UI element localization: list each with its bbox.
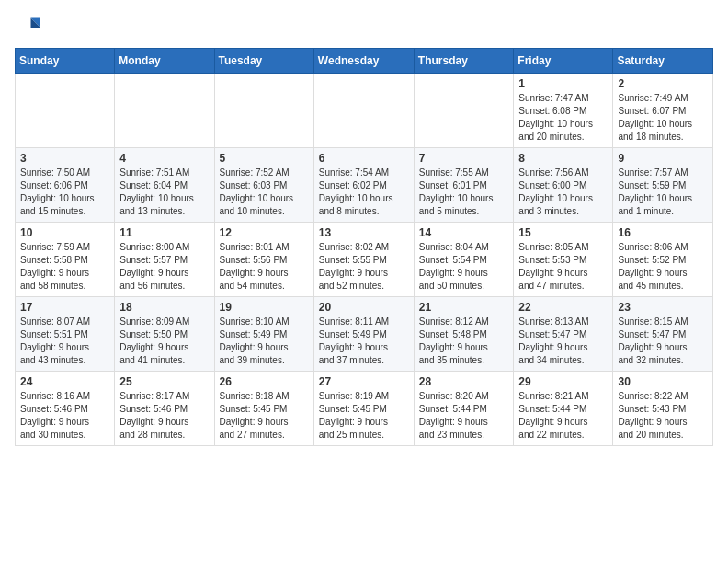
calendar-cell [115,74,214,148]
day-info: Sunrise: 8:05 AM Sunset: 5:53 PM Dayligh… [518,241,608,293]
weekday-header-monday: Monday [115,49,214,74]
calendar-cell: 10Sunrise: 7:59 AM Sunset: 5:58 PM Dayli… [16,223,115,297]
calendar-cell: 30Sunrise: 8:22 AM Sunset: 5:43 PM Dayli… [613,372,713,446]
calendar-cell: 3Sunrise: 7:50 AM Sunset: 6:06 PM Daylig… [16,148,115,223]
day-number: 23 [618,301,708,314]
day-info: Sunrise: 7:55 AM Sunset: 6:01 PM Dayligh… [419,167,509,218]
day-info: Sunrise: 7:50 AM Sunset: 6:06 PM Dayligh… [20,167,109,218]
day-info: Sunrise: 8:18 AM Sunset: 5:45 PM Dayligh… [220,390,309,442]
day-info: Sunrise: 8:21 AM Sunset: 5:44 PM Dayligh… [518,390,608,442]
weekday-header-friday: Friday [514,49,613,74]
page-header [15,15,713,40]
day-info: Sunrise: 8:07 AM Sunset: 5:51 PM Dayligh… [20,316,109,367]
day-info: Sunrise: 7:57 AM Sunset: 5:59 PM Dayligh… [618,167,708,218]
day-info: Sunrise: 7:56 AM Sunset: 6:00 PM Dayligh… [518,167,608,218]
day-number: 22 [518,301,608,314]
calendar-cell: 26Sunrise: 8:18 AM Sunset: 5:45 PM Dayli… [214,372,313,446]
day-info: Sunrise: 7:52 AM Sunset: 6:03 PM Dayligh… [220,167,309,218]
calendar-cell: 2Sunrise: 7:49 AM Sunset: 6:07 PM Daylig… [613,74,713,148]
weekday-header-tuesday: Tuesday [214,49,313,74]
calendar-cell: 19Sunrise: 8:10 AM Sunset: 5:49 PM Dayli… [214,297,313,372]
calendar-cell: 28Sunrise: 8:20 AM Sunset: 5:44 PM Dayli… [414,372,514,446]
day-number: 29 [518,375,608,388]
day-number: 5 [220,152,309,165]
day-number: 28 [419,375,509,388]
day-number: 15 [518,226,608,239]
day-number: 18 [119,301,209,314]
day-number: 13 [319,226,409,239]
calendar-cell: 5Sunrise: 7:52 AM Sunset: 6:03 PM Daylig… [214,148,313,223]
calendar-cell: 15Sunrise: 8:05 AM Sunset: 5:53 PM Dayli… [514,223,613,297]
day-info: Sunrise: 8:16 AM Sunset: 5:46 PM Dayligh… [20,390,109,442]
calendar-cell [414,74,514,148]
day-info: Sunrise: 8:10 AM Sunset: 5:49 PM Dayligh… [220,316,309,367]
calendar-cell: 25Sunrise: 8:17 AM Sunset: 5:46 PM Dayli… [115,372,214,446]
calendar-cell: 11Sunrise: 8:00 AM Sunset: 5:57 PM Dayli… [115,223,214,297]
day-number: 11 [119,226,209,239]
calendar-cell: 7Sunrise: 7:55 AM Sunset: 6:01 PM Daylig… [414,148,514,223]
day-info: Sunrise: 7:49 AM Sunset: 6:07 PM Dayligh… [618,92,708,144]
day-number: 2 [618,77,708,90]
day-info: Sunrise: 8:13 AM Sunset: 5:47 PM Dayligh… [518,316,608,367]
calendar-cell: 8Sunrise: 7:56 AM Sunset: 6:00 PM Daylig… [514,148,613,223]
calendar-cell [16,74,115,148]
day-number: 16 [618,226,708,239]
day-number: 19 [220,301,309,314]
day-info: Sunrise: 8:09 AM Sunset: 5:50 PM Dayligh… [119,316,209,367]
calendar-week-row: 10Sunrise: 7:59 AM Sunset: 5:58 PM Dayli… [16,223,713,297]
calendar-cell: 21Sunrise: 8:12 AM Sunset: 5:48 PM Dayli… [414,297,514,372]
day-number: 26 [220,375,309,388]
day-number: 12 [220,226,309,239]
day-info: Sunrise: 8:15 AM Sunset: 5:47 PM Dayligh… [618,316,708,367]
day-number: 8 [518,152,608,165]
calendar-cell: 20Sunrise: 8:11 AM Sunset: 5:49 PM Dayli… [313,297,414,372]
calendar-cell [214,74,313,148]
day-number: 10 [20,226,109,239]
day-info: Sunrise: 8:19 AM Sunset: 5:45 PM Dayligh… [319,390,409,442]
calendar-week-row: 24Sunrise: 8:16 AM Sunset: 5:46 PM Dayli… [16,372,713,446]
calendar-cell: 18Sunrise: 8:09 AM Sunset: 5:50 PM Dayli… [115,297,214,372]
day-info: Sunrise: 7:47 AM Sunset: 6:08 PM Dayligh… [518,92,608,144]
calendar-week-row: 17Sunrise: 8:07 AM Sunset: 5:51 PM Dayli… [16,297,713,372]
calendar-cell: 22Sunrise: 8:13 AM Sunset: 5:47 PM Dayli… [514,297,613,372]
calendar-cell: 13Sunrise: 8:02 AM Sunset: 5:55 PM Dayli… [313,223,414,297]
day-info: Sunrise: 8:17 AM Sunset: 5:46 PM Dayligh… [119,390,209,442]
calendar-week-row: 1Sunrise: 7:47 AM Sunset: 6:08 PM Daylig… [16,74,713,148]
day-number: 9 [618,152,708,165]
calendar-cell: 9Sunrise: 7:57 AM Sunset: 5:59 PM Daylig… [613,148,713,223]
day-number: 17 [20,301,109,314]
logo [15,15,44,40]
weekday-header-wednesday: Wednesday [313,49,414,74]
day-number: 14 [419,226,509,239]
day-number: 25 [119,375,209,388]
day-info: Sunrise: 8:02 AM Sunset: 5:55 PM Dayligh… [319,241,409,293]
day-number: 6 [319,152,409,165]
calendar-cell: 14Sunrise: 8:04 AM Sunset: 5:54 PM Dayli… [414,223,514,297]
calendar-table: SundayMondayTuesdayWednesdayThursdayFrid… [15,48,713,446]
calendar-cell: 29Sunrise: 8:21 AM Sunset: 5:44 PM Dayli… [514,372,613,446]
day-number: 7 [419,152,509,165]
day-info: Sunrise: 8:11 AM Sunset: 5:49 PM Dayligh… [319,316,409,367]
calendar-cell: 6Sunrise: 7:54 AM Sunset: 6:02 PM Daylig… [313,148,414,223]
weekday-header-thursday: Thursday [414,49,514,74]
day-info: Sunrise: 8:22 AM Sunset: 5:43 PM Dayligh… [618,390,708,442]
day-number: 21 [419,301,509,314]
day-number: 20 [319,301,409,314]
day-info: Sunrise: 8:06 AM Sunset: 5:52 PM Dayligh… [618,241,708,293]
calendar-cell [313,74,414,148]
day-info: Sunrise: 7:51 AM Sunset: 6:04 PM Dayligh… [119,167,209,218]
day-info: Sunrise: 8:12 AM Sunset: 5:48 PM Dayligh… [419,316,509,367]
calendar-cell: 1Sunrise: 7:47 AM Sunset: 6:08 PM Daylig… [514,74,613,148]
logo-icon [15,15,40,40]
day-info: Sunrise: 7:54 AM Sunset: 6:02 PM Dayligh… [319,167,409,218]
day-info: Sunrise: 7:59 AM Sunset: 5:58 PM Dayligh… [20,241,109,293]
day-info: Sunrise: 8:20 AM Sunset: 5:44 PM Dayligh… [419,390,509,442]
day-number: 4 [119,152,209,165]
calendar-cell: 16Sunrise: 8:06 AM Sunset: 5:52 PM Dayli… [613,223,713,297]
day-number: 27 [319,375,409,388]
weekday-header-saturday: Saturday [613,49,713,74]
weekday-header-sunday: Sunday [16,49,115,74]
day-info: Sunrise: 8:00 AM Sunset: 5:57 PM Dayligh… [119,241,209,293]
weekday-header-row: SundayMondayTuesdayWednesdayThursdayFrid… [16,49,713,74]
day-info: Sunrise: 8:04 AM Sunset: 5:54 PM Dayligh… [419,241,509,293]
